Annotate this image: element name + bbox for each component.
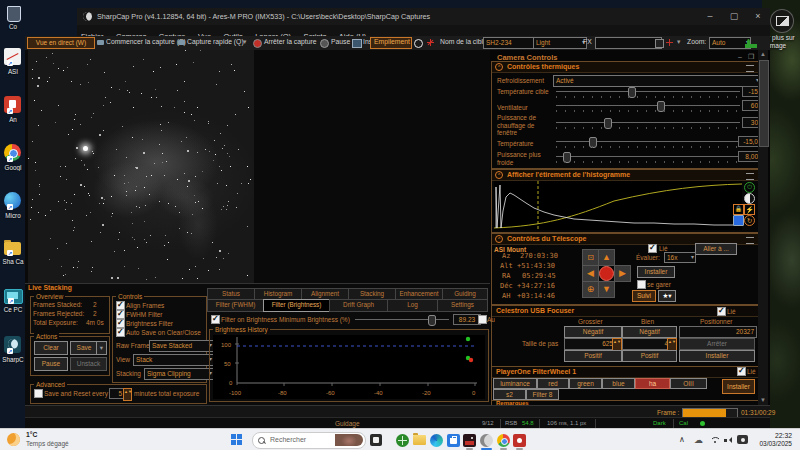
tab-filter-brightness[interactable]: Filter (Brightness) xyxy=(263,299,330,312)
filter-blue-button[interactable]: blue xyxy=(602,378,635,389)
scroll-down-arrow[interactable]: ▼ xyxy=(758,396,768,405)
cooling-dropdown[interactable]: Activé xyxy=(553,75,761,87)
fan-slider[interactable] xyxy=(556,105,740,106)
save-caret-button[interactable]: ▾ xyxy=(96,341,107,355)
histogram-power-button[interactable]: ⏻ xyxy=(744,182,755,193)
focuser-setup-button[interactable]: Installer xyxy=(679,350,755,362)
view-dropdown[interactable]: Stack xyxy=(133,354,214,366)
desktop-icon-an[interactable]: ↗ An xyxy=(0,96,26,123)
clock-date[interactable]: 03/03/2025 xyxy=(752,440,792,447)
close-button[interactable]: × xyxy=(748,8,768,25)
filter-8-button[interactable]: Filter 8 xyxy=(526,389,559,400)
spotlight-icon[interactable] xyxy=(770,9,794,33)
filterwheel-setup-button[interactable]: Installer xyxy=(722,379,755,394)
fine-positive-button[interactable]: Positif xyxy=(622,350,677,362)
histogram-section-header[interactable]: ⌃ Afficher l'étirement de l'histogramme xyxy=(492,170,758,181)
desktop-icon-sharpcap[interactable]: ↗ SharpC xyxy=(0,336,26,363)
min-brightness-value[interactable]: 89.23 xyxy=(453,314,481,325)
histogram-toggle-icon[interactable] xyxy=(745,38,757,48)
histogram-contrast-button[interactable] xyxy=(744,193,755,204)
fine-step-input[interactable]: 4 xyxy=(622,338,671,350)
histogram-save-button[interactable] xyxy=(733,215,744,226)
maximize-button[interactable]: ▢ xyxy=(724,8,744,25)
coarse-step-input[interactable]: 625 xyxy=(564,338,616,350)
desktop-icon-ce-pc[interactable]: ↗ Ce PC xyxy=(0,288,26,313)
weather-widget[interactable]: 1°C Temps dégagé xyxy=(0,429,90,450)
tab-log[interactable]: Log xyxy=(387,299,438,312)
save-reset-checkbox[interactable] xyxy=(34,389,43,398)
taskbar-app-gsserver[interactable] xyxy=(396,434,409,447)
slew-left-button[interactable]: ◀ xyxy=(582,265,599,282)
mount-setup-button[interactable]: Installer xyxy=(637,266,675,278)
clock-time[interactable]: 22:32 xyxy=(758,432,792,439)
scrollbar-thumb[interactable] xyxy=(759,60,769,147)
image-viewport[interactable] xyxy=(25,50,490,283)
filter-oiii-button[interactable]: OIII xyxy=(670,378,707,389)
quick-capture-caret[interactable]: ▾ xyxy=(243,36,246,48)
panel-collapse-icon[interactable]: – xyxy=(738,53,742,60)
slew-limits-icon[interactable]: ⊡ xyxy=(582,249,599,266)
search-box[interactable]: Rechercher xyxy=(252,432,366,449)
filterwheel-linked-checkbox[interactable] xyxy=(737,367,746,376)
section-menu-icon[interactable] xyxy=(746,65,754,72)
quick-capture-button[interactable]: Capture rapide (Q) xyxy=(187,36,244,48)
auto-brightness-checkbox[interactable] xyxy=(478,315,487,324)
fx-clear-icon[interactable] xyxy=(666,39,673,46)
clear-button[interactable]: Clear xyxy=(34,341,68,355)
taskbar-app-phd2[interactable] xyxy=(513,434,526,447)
target-sync-icon[interactable]: ⊕ xyxy=(582,281,599,298)
start-capture-button[interactable]: Commencer la capture (S) xyxy=(106,36,186,48)
tray-volume-icon[interactable] xyxy=(724,437,732,444)
section-menu-icon[interactable] xyxy=(746,173,754,180)
fine-negative-button[interactable]: Négatif xyxy=(622,326,677,338)
desktop-icon-captures-folder[interactable]: ↗ Sha Ca xyxy=(0,240,26,265)
tab-drift-graph[interactable]: Drift Graph xyxy=(329,299,388,312)
slew-up-button[interactable]: ▲ xyxy=(598,249,615,266)
pause-stack-button[interactable]: Pause xyxy=(34,357,68,371)
tray-cloud-icon[interactable]: ☁ xyxy=(694,435,703,445)
taskbar-app-explorer[interactable] xyxy=(413,435,426,445)
desktop-icon-micro[interactable]: ↗ Micro xyxy=(0,192,26,219)
star-bookmark-button[interactable]: ★▾ xyxy=(658,290,676,302)
desktop-icon-google[interactable]: ↗ Googl xyxy=(0,144,26,171)
coarse-positive-button[interactable]: Positif xyxy=(564,350,622,362)
taskbar-app-store[interactable] xyxy=(447,434,460,447)
slew-stop-button[interactable] xyxy=(599,266,614,281)
live-view-button[interactable]: Vue en direct (W) xyxy=(27,37,95,49)
target-temp-slider[interactable] xyxy=(556,91,740,92)
filter-red-button[interactable]: red xyxy=(537,378,569,389)
frame-type-dropdown[interactable]: Light xyxy=(533,37,587,49)
raw-frames-dropdown[interactable]: Save Stacked xyxy=(149,340,214,352)
filter-green-button[interactable]: green xyxy=(569,378,602,389)
filter-ha-button[interactable]: ha xyxy=(635,378,670,389)
clear-reticle-icon[interactable] xyxy=(427,39,434,46)
park-checkbox[interactable] xyxy=(637,280,646,289)
focuser-linked-checkbox[interactable] xyxy=(717,307,726,316)
rate-dropdown[interactable]: 16x xyxy=(664,252,696,263)
title-bar[interactable]: SharpCap Pro (v4.1.12854, 64 bit) - Ares… xyxy=(77,8,770,26)
window-heater-slider[interactable] xyxy=(556,122,740,123)
slew-down-button[interactable]: ▼ xyxy=(598,281,615,298)
desktop-icon-recycle-bin[interactable]: Co xyxy=(0,6,26,30)
coarse-negative-button[interactable]: Négatif xyxy=(564,326,622,338)
focuser-position-value[interactable]: 20327 xyxy=(679,326,757,338)
tab-settings[interactable]: Settings xyxy=(437,299,488,312)
minimize-button[interactable]: – xyxy=(700,8,720,25)
target-name-dropdown[interactable]: SH2-234 xyxy=(483,37,539,49)
tab-filter-fwhm[interactable]: Filter (FWHM) xyxy=(207,299,264,312)
tray-camera-icon[interactable] xyxy=(737,435,748,444)
auto-save-checkbox[interactable] xyxy=(116,328,125,337)
section-menu-icon[interactable] xyxy=(746,237,754,244)
panel-pin-icon[interactable]: ❐ xyxy=(748,53,754,61)
min-brightness-slider[interactable] xyxy=(355,319,449,320)
taskbar-app-edge[interactable] xyxy=(430,434,443,447)
tray-wifi-icon[interactable] xyxy=(710,437,719,444)
taskbar-app-chrome[interactable] xyxy=(497,434,510,447)
mount-linked-checkbox[interactable] xyxy=(648,244,657,253)
taskbar-app-astro[interactable] xyxy=(463,434,476,447)
histogram-reset-button[interactable]: ↻ xyxy=(744,215,755,226)
start-button[interactable] xyxy=(231,434,243,446)
fx-dropdown[interactable] xyxy=(595,37,662,49)
task-view-icon[interactable] xyxy=(370,434,382,446)
slew-right-button[interactable]: ▶ xyxy=(614,265,631,282)
